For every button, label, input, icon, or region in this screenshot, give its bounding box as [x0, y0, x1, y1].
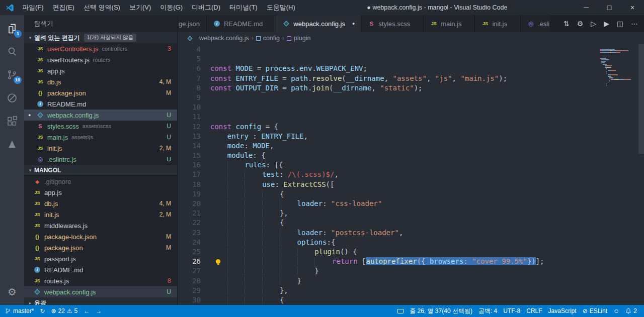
- dirty-indicator[interactable]: ●: [352, 21, 355, 26]
- close-button[interactable]: ×: [621, 0, 644, 15]
- code-line-21[interactable]: 21 },: [178, 208, 644, 218]
- code-line-26[interactable]: 26 return [autoprefixer({ browsers: "cov…: [178, 257, 644, 266]
- code-line-14[interactable]: 14 mode: MODE,: [178, 141, 644, 151]
- settings-icon[interactable]: ⚙: [577, 20, 584, 28]
- file-row[interactable]: JSapp.js: [24, 187, 177, 198]
- activity-extensions-button[interactable]: [0, 110, 24, 133]
- menu-선택 영역(S)[interactable]: 선택 영역(S): [79, 3, 125, 12]
- nav-forward-button[interactable]: →: [93, 305, 105, 317]
- activity-explorer-button[interactable]: 1: [0, 17, 24, 40]
- code-line-7[interactable]: 7const ENTRY_FILE = path.resolve(__dirna…: [178, 74, 644, 83]
- file-row[interactable]: ◆.gitignore: [24, 176, 177, 187]
- code-line-24[interactable]: 24 options:{: [178, 238, 644, 247]
- code-line-28[interactable]: 28 }: [178, 276, 644, 286]
- cursor-position[interactable]: 줄 26, 열 37(40 선택됨): [407, 305, 475, 317]
- code-line-15[interactable]: 15 module: {: [178, 151, 644, 160]
- code-line-6[interactable]: 6const MODE = process.env.WEBPACK_ENV;: [178, 64, 644, 73]
- file-row[interactable]: JSroutes.js8: [24, 275, 177, 286]
- settings-gear-icon[interactable]: ⚙: [8, 282, 17, 302]
- screen-button[interactable]: [394, 305, 407, 317]
- activity-azure-button[interactable]: [0, 133, 24, 156]
- eslint-status[interactable]: ⊘ ESLint: [580, 305, 610, 317]
- language-mode[interactable]: JavaScript: [545, 305, 580, 317]
- eol-setting[interactable]: CRLF: [523, 305, 545, 317]
- code-line-8[interactable]: 8const OUTPUT_DIR = path.join(__dirname,…: [178, 83, 644, 93]
- encoding-setting[interactable]: UTF-8: [500, 305, 523, 317]
- open-editor-row[interactable]: {}package.jsonM: [24, 87, 177, 98]
- editor[interactable]: 456const MODE = process.env.WEBPACK_ENV;…: [178, 44, 644, 305]
- breadcrumb-item-webpack.config.js[interactable]: webpack.config.js: [186, 34, 249, 42]
- folder-header[interactable]: ▾ MANGOL: [24, 165, 177, 176]
- code-line-30[interactable]: 30 {: [178, 295, 644, 305]
- minimap[interactable]: [600, 46, 637, 86]
- tab-README.md[interactable]: iREADME.md: [207, 15, 276, 32]
- open-editor-row[interactable]: JSdb.js4, M: [24, 76, 177, 87]
- menu-디버그(D)[interactable]: 디버그(D): [187, 3, 225, 12]
- run-icon[interactable]: ▷: [591, 20, 596, 28]
- editor-scrollbar[interactable]: [638, 44, 644, 305]
- open-editors-header[interactable]: ▾ 열려 있는 편집기 1(개) 저장되지 않음: [24, 32, 177, 43]
- activity-debug-button[interactable]: [0, 86, 24, 110]
- code-line-22[interactable]: 22 {: [178, 218, 644, 228]
- file-row[interactable]: webpack.config.jsU: [24, 286, 177, 297]
- code-line-12[interactable]: 12const config = {: [178, 122, 644, 132]
- code-line-10[interactable]: 10: [178, 102, 644, 112]
- scrollbar-thumb[interactable]: [638, 44, 644, 154]
- activity-source-control-button[interactable]: 10: [0, 63, 24, 86]
- minimize-button[interactable]: ─: [575, 0, 598, 15]
- code-line-5[interactable]: 5: [178, 54, 644, 64]
- code-line-9[interactable]: 9: [178, 93, 644, 102]
- menu-터미널(T)[interactable]: 터미널(T): [225, 3, 262, 12]
- tab-init.js[interactable]: JSinit.js: [475, 15, 521, 32]
- sync-icon[interactable]: ⇅: [564, 20, 570, 28]
- file-row[interactable]: iREADME.md: [24, 264, 177, 275]
- code-line-25[interactable]: 25 plugin() {: [178, 247, 644, 257]
- open-editor-row[interactable]: JSuserControllers.jscontrollers3: [24, 43, 177, 54]
- code-line-17[interactable]: 17 test: /\(.scss)$/,: [178, 170, 644, 179]
- code-line-11[interactable]: 11: [178, 112, 644, 122]
- activity-search-button[interactable]: [0, 40, 24, 63]
- file-row[interactable]: {}package-lock.jsonM: [24, 231, 177, 242]
- split-editor-icon[interactable]: ◫: [617, 20, 623, 28]
- open-editor-row[interactable]: JSapp.js: [24, 65, 177, 76]
- indentation-setting[interactable]: 공백: 4: [475, 305, 500, 317]
- open-editor-row[interactable]: ●webpack.config.jsU: [24, 110, 177, 121]
- file-row[interactable]: JSmiddlewares.js: [24, 220, 177, 231]
- sync-button[interactable]: ↻: [37, 305, 48, 317]
- open-editor-row[interactable]: JSinit.js2, M: [24, 143, 177, 154]
- open-editor-row[interactable]: ◎.eslintrc.jsU: [24, 154, 177, 165]
- open-editor-row[interactable]: JSmain.jsassets\jsU: [24, 132, 177, 143]
- run-alt-icon[interactable]: ▶: [604, 20, 609, 28]
- open-editor-row[interactable]: JSuserRouters.jsrouters: [24, 54, 177, 65]
- file-row[interactable]: JSdb.js4, M: [24, 198, 177, 209]
- code-line-18[interactable]: 18 use: ExtractCSS([: [178, 180, 644, 189]
- problems-button[interactable]: ⊗ 22 ⚠ 5: [48, 305, 80, 317]
- menu-도움말(H)[interactable]: 도움말(H): [262, 3, 300, 12]
- open-editor-row[interactable]: iREADME.md: [24, 98, 177, 110]
- code-line-19[interactable]: 19 {: [178, 189, 644, 199]
- notifications-button[interactable]: 2: [622, 305, 640, 317]
- file-row[interactable]: JSinit.js2, M: [24, 209, 177, 220]
- code-line-23[interactable]: 23 loader: "postcss-loader",: [178, 228, 644, 238]
- tab-.esli[interactable]: ◎.esli: [521, 15, 550, 32]
- breadcrumb-item-config[interactable]: config: [256, 35, 280, 42]
- code-line-13[interactable]: 13 entry : ENTRY_FILE,: [178, 132, 644, 141]
- file-row[interactable]: JSpassport.js: [24, 253, 177, 264]
- menu-편집(E)[interactable]: 편집(E): [48, 3, 79, 12]
- maximize-button[interactable]: □: [598, 0, 621, 15]
- tab-ge.json[interactable]: ge.json: [178, 15, 207, 32]
- file-row[interactable]: {}package.jsonM: [24, 242, 177, 253]
- menu-이동(G)[interactable]: 이동(G): [155, 3, 187, 12]
- more-icon[interactable]: ⋯: [631, 20, 638, 28]
- nav-back-button[interactable]: ←: [80, 305, 93, 317]
- open-editor-row[interactable]: Sstyles.scssassets\scssU: [24, 121, 177, 132]
- code-line-29[interactable]: 29 },: [178, 286, 644, 295]
- tab-main.js[interactable]: JSmain.js: [424, 15, 475, 32]
- code-line-4[interactable]: 4: [178, 45, 644, 54]
- code-line-27[interactable]: 27 }: [178, 266, 644, 276]
- code-line-20[interactable]: 20 loader: "css-loader": [178, 199, 644, 208]
- code-line-16[interactable]: 16 rules: [{: [178, 160, 644, 170]
- feedback-button[interactable]: ☺: [610, 305, 622, 317]
- menu-파일(F)[interactable]: 파일(F): [18, 3, 48, 12]
- tab-webpack.config.js[interactable]: webpack.config.js●: [276, 15, 361, 32]
